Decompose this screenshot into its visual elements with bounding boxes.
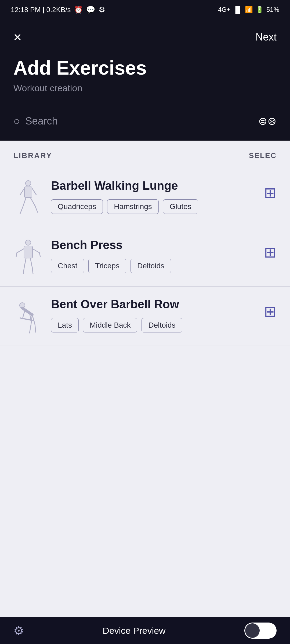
- add-button-1[interactable]: ⊞: [264, 184, 277, 202]
- svg-point-8: [26, 240, 31, 245]
- exercise-info-1: Barbell Walking Lunge Quadriceps Hamstri…: [51, 179, 256, 214]
- search-inner[interactable]: ○ Search: [13, 115, 258, 127]
- exercise-item-2: Bench Press Chest Triceps Deltoids ⊞: [0, 227, 290, 287]
- add-button-3[interactable]: ⊞: [264, 303, 277, 320]
- section-header: LIBRARY SELEC: [0, 141, 290, 168]
- exercise-info-3: Bent Over Barbell Row Lats Middle Back D…: [51, 297, 256, 332]
- search-icon: ○: [13, 115, 20, 127]
- svg-line-4: [23, 197, 26, 207]
- svg-line-25: [32, 315, 35, 324]
- svg-line-20: [23, 310, 25, 317]
- page-title: Add Exercises: [13, 57, 277, 79]
- exercise-name-2: Bench Press: [51, 238, 256, 252]
- search-area: ○ Search ⊜⊛: [0, 107, 290, 141]
- header-nav: × Next: [13, 30, 277, 44]
- close-button[interactable]: ×: [13, 30, 21, 44]
- body-figure-row: [15, 299, 42, 334]
- svg-line-17: [32, 268, 33, 274]
- svg-line-3: [32, 188, 36, 195]
- tag-hamstrings: Hamstrings: [107, 199, 159, 214]
- bottom-settings-icon[interactable]: ⚙: [13, 624, 24, 638]
- battery-icon: 🔋: [256, 6, 264, 13]
- status-right: 4G+ ▐▌ 📶 🔋 51%: [218, 6, 279, 13]
- tag-lats: Lats: [51, 318, 79, 332]
- battery-percent: 51%: [266, 6, 279, 13]
- next-button[interactable]: Next: [256, 31, 277, 43]
- settings-icon: ⚙: [99, 5, 105, 14]
- tag-deltoids-3: Deltoids: [142, 318, 182, 332]
- exercise-name-3: Bent Over Barbell Row: [51, 297, 256, 312]
- svg-line-10: [17, 249, 24, 253]
- header: × Next Add Exercises Workout creation: [0, 19, 290, 107]
- signal-icon: ▐▌: [233, 6, 242, 13]
- tag-chest: Chest: [51, 259, 84, 273]
- status-left: 12:18 PM | 0.2KB/s ⏰ 💬 ⚙: [11, 5, 105, 14]
- toggle-knob: [245, 623, 260, 638]
- search-input[interactable]: Search: [25, 115, 57, 127]
- tag-deltoids-2: Deltoids: [130, 259, 171, 273]
- content-area: LIBRARY SELEC Barbell Wal: [0, 141, 290, 634]
- tags-row-1: Quadriceps Hamstrings Glutes: [51, 199, 256, 214]
- tags-row-2: Chest Triceps Deltoids: [51, 259, 256, 273]
- exercise-figure-1: [13, 179, 43, 216]
- svg-line-2: [20, 188, 24, 195]
- messenger-icon: 💬: [86, 5, 95, 14]
- filter-icon[interactable]: ⊜⊛: [258, 115, 277, 127]
- svg-line-7: [35, 206, 38, 212]
- select-label: SELEC: [249, 151, 277, 160]
- device-preview-label: Device Preview: [103, 625, 165, 636]
- status-time: 12:18 PM | 0.2KB/s: [11, 6, 71, 14]
- exercise-figure-3: [13, 297, 43, 335]
- tag-glutes: Glutes: [163, 199, 198, 214]
- device-preview-toggle[interactable]: [244, 623, 277, 639]
- alarm-icon: ⏰: [74, 6, 83, 14]
- svg-line-5: [20, 207, 23, 214]
- svg-rect-1: [24, 187, 32, 197]
- add-button-2[interactable]: ⊞: [264, 243, 277, 261]
- svg-line-24: [30, 325, 31, 333]
- exercise-info-2: Bench Press Chest Triceps Deltoids: [51, 238, 256, 273]
- exercise-figure-2: [13, 238, 43, 276]
- status-bar: 12:18 PM | 0.2KB/s ⏰ 💬 ⚙ 4G+ ▐▌ 📶 🔋 51%: [0, 0, 290, 19]
- body-figure-bench: [15, 239, 42, 274]
- exercise-item-3: Bent Over Barbell Row Lats Middle Back D…: [0, 287, 290, 346]
- svg-point-0: [26, 181, 31, 186]
- svg-line-6: [30, 197, 35, 206]
- tag-quadriceps: Quadriceps: [51, 199, 103, 214]
- wifi-icon: 📶: [245, 6, 253, 13]
- tag-middle-back: Middle Back: [83, 318, 137, 332]
- tags-row-3: Lats Middle Back Deltoids: [51, 318, 256, 332]
- svg-line-26: [35, 324, 36, 332]
- network-icon: 4G+: [218, 6, 230, 13]
- exercise-name-1: Barbell Walking Lunge: [51, 179, 256, 193]
- svg-rect-9: [24, 246, 32, 258]
- page-subtitle: Workout creation: [13, 83, 277, 93]
- bottom-bar: ⚙ Device Preview: [0, 617, 290, 644]
- library-label: LIBRARY: [13, 151, 52, 160]
- exercise-item-1: Barbell Walking Lunge Quadriceps Hamstri…: [0, 168, 290, 227]
- svg-line-15: [23, 268, 24, 274]
- svg-line-13: [39, 253, 40, 257]
- tag-triceps: Triceps: [88, 259, 126, 273]
- body-figure-lunge: [15, 180, 42, 215]
- svg-line-11: [16, 253, 17, 257]
- svg-line-12: [32, 249, 39, 253]
- svg-line-16: [30, 258, 32, 268]
- svg-line-14: [24, 258, 26, 268]
